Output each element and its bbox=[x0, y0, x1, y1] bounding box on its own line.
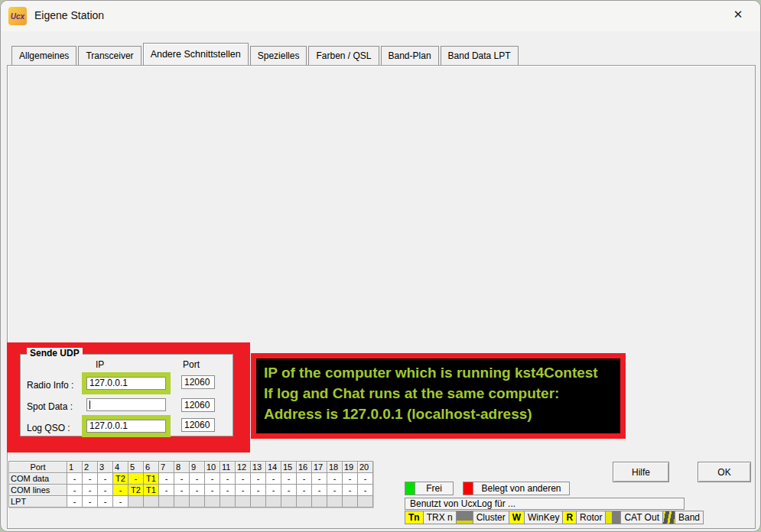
tab-farben-qsl[interactable]: Farben / QSL bbox=[308, 46, 379, 65]
port-cell: - bbox=[220, 473, 236, 485]
port-cell: - bbox=[327, 485, 343, 496]
port-cell: - bbox=[281, 485, 297, 496]
port-cell: - bbox=[281, 473, 297, 485]
window-title: Eigene Station bbox=[34, 9, 104, 21]
tab-spezielles[interactable]: Spezielles bbox=[250, 46, 307, 65]
port-column-header: 12 bbox=[236, 462, 251, 473]
ip-column-header: IP bbox=[96, 359, 104, 370]
legend-item: Cluster bbox=[473, 511, 509, 524]
hilfe-button[interactable]: Hilfe bbox=[613, 462, 669, 482]
spot-data-ip-input[interactable] bbox=[86, 398, 166, 411]
radio-info-port-input[interactable]: 12060 bbox=[181, 375, 215, 389]
titlebar: Ucx Eigene Station ✕ bbox=[1, 1, 760, 31]
port-table: Port1234567891011121314151617181920COM d… bbox=[8, 461, 373, 508]
port-cell: - bbox=[297, 485, 312, 496]
legend-item: W bbox=[509, 511, 525, 524]
port-cell: - bbox=[205, 473, 220, 485]
legend-item: WinKey bbox=[525, 511, 563, 524]
port-cell: - bbox=[113, 485, 128, 496]
port-column-header: 2 bbox=[83, 462, 98, 473]
port-column-header: 17 bbox=[312, 462, 327, 473]
port-cell bbox=[312, 496, 327, 508]
port-cell: - bbox=[67, 496, 83, 508]
port-cell: - bbox=[251, 485, 266, 496]
legend-swatch bbox=[457, 511, 473, 524]
legend-item: Rotor bbox=[577, 511, 606, 524]
radio-info-ip-input[interactable]: 127.0.0.1 bbox=[86, 377, 166, 390]
port-cell: - bbox=[174, 485, 190, 496]
port-cell: - bbox=[98, 485, 113, 496]
log-qso-label: Log QSO : bbox=[27, 423, 70, 433]
port-cell bbox=[251, 496, 266, 508]
port-cell bbox=[281, 496, 297, 508]
port-cell: - bbox=[159, 473, 174, 485]
frei-color-swatch bbox=[405, 482, 415, 495]
port-cell: - bbox=[67, 473, 83, 485]
port-cell: - bbox=[251, 473, 266, 485]
port-column-header: 10 bbox=[205, 462, 220, 473]
port-cell: - bbox=[205, 485, 220, 496]
tab-band-data-lpt[interactable]: Band Data LPT bbox=[441, 46, 519, 65]
port-cell bbox=[297, 496, 312, 508]
group-sende-udp: Sende UDP IP Port Radio Info : 127.0.0.1… bbox=[20, 354, 233, 436]
port-cell: - bbox=[266, 473, 281, 485]
port-cell bbox=[205, 496, 220, 508]
tab-band-plan[interactable]: Band-Plan bbox=[381, 46, 439, 65]
port-cell bbox=[190, 496, 205, 508]
belegt-color-swatch bbox=[463, 482, 473, 495]
port-column-header: 4 bbox=[113, 462, 128, 473]
port-cell bbox=[220, 496, 236, 508]
port-cell: - bbox=[83, 485, 98, 496]
port-row-label: COM lines bbox=[9, 485, 67, 496]
port-cell: - bbox=[312, 473, 327, 485]
port-column-header: 6 bbox=[144, 462, 159, 473]
port-cell: - bbox=[67, 485, 83, 496]
close-icon[interactable]: ✕ bbox=[720, 2, 756, 27]
group-title: Sende UDP bbox=[27, 348, 83, 358]
port-cell bbox=[159, 496, 174, 508]
port-cell: - bbox=[220, 485, 236, 496]
port-cell: - bbox=[236, 485, 251, 496]
port-column-header: 14 bbox=[266, 462, 281, 473]
app-icon: Ucx bbox=[8, 7, 27, 25]
log-qso-port-input[interactable]: 12060 bbox=[181, 418, 215, 432]
legend-item: Tn bbox=[405, 511, 424, 524]
port-cell: - bbox=[98, 496, 113, 508]
legend-frei: Frei bbox=[405, 482, 454, 495]
port-column-header: 5 bbox=[128, 462, 144, 473]
port-cell bbox=[358, 496, 373, 508]
legend-item: CAT Out bbox=[621, 511, 663, 524]
port-column-header: 13 bbox=[251, 462, 266, 473]
port-cell: - bbox=[343, 473, 358, 485]
text-caret bbox=[89, 401, 90, 409]
port-row-label: COM data bbox=[9, 473, 67, 485]
tab-transceiver[interactable]: Transceiver bbox=[78, 46, 141, 65]
ok-button[interactable]: OK bbox=[698, 462, 751, 482]
port-column-header: 1 bbox=[67, 462, 83, 473]
port-cell: - bbox=[113, 496, 128, 508]
port-cell: - bbox=[190, 485, 205, 496]
port-cell bbox=[144, 496, 159, 508]
legend-swatch bbox=[606, 511, 621, 524]
tab-allgemeines[interactable]: Allgemeines bbox=[11, 46, 76, 65]
legend-swatch bbox=[663, 511, 675, 524]
dialog-window: Ucx Eigene Station ✕ Allgemeines Transce… bbox=[0, 0, 761, 532]
annotation-box: IP of the computer which is running kst4… bbox=[251, 353, 626, 439]
spot-data-port-input[interactable]: 12060 bbox=[181, 398, 215, 412]
red-highlight-box: Sende UDP IP Port Radio Info : 127.0.0.1… bbox=[7, 342, 250, 453]
port-cell: - bbox=[327, 473, 343, 485]
port-table-header: Port bbox=[9, 462, 67, 473]
legend-belegt: Belegt von anderen bbox=[463, 482, 570, 495]
port-cell bbox=[236, 496, 251, 508]
log-qso-ip-input[interactable]: 127.0.0.1 bbox=[86, 420, 166, 433]
radio-info-label: Radio Info : bbox=[27, 380, 73, 391]
tab-page bbox=[7, 65, 756, 529]
tab-andere-schnittstellen[interactable]: Andere Schnittstellen bbox=[143, 43, 249, 65]
port-cell bbox=[174, 496, 190, 508]
port-status-table: Port1234567891011121314151617181920COM d… bbox=[8, 461, 373, 508]
port-cell: - bbox=[190, 473, 205, 485]
port-cell: T2 bbox=[128, 485, 144, 496]
port-cell: - bbox=[128, 473, 144, 485]
legend-item: TRX n bbox=[424, 511, 457, 524]
port-column-header: 11 bbox=[220, 462, 236, 473]
